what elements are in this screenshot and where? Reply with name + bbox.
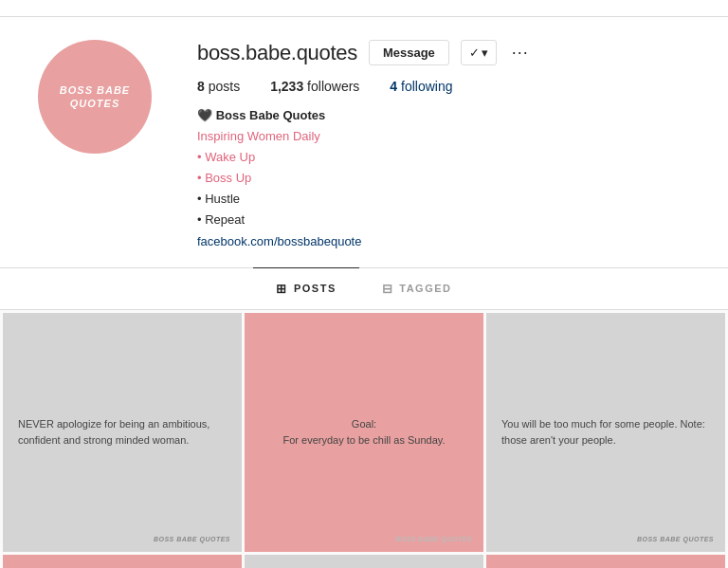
profile-section: BOSS BABE QUOTES boss.babe.quotes Messag… [0, 17, 728, 268]
profile-info: boss.babe.quotes Message ✓ ▾ ··· 8 posts… [197, 40, 690, 252]
grid-item-5[interactable]: If your circle doesn't motivate you to l… [245, 555, 483, 568]
bio-name: 🖤 Boss Babe Quotes [197, 105, 690, 126]
bio-link[interactable]: facebook.com/bossbabequote [197, 231, 690, 252]
tab-posts[interactable]: ⊞ POSTS [253, 267, 358, 309]
posts-tab-label: POSTS [294, 283, 337, 294]
more-button[interactable]: ··· [508, 43, 533, 63]
tagged-tab-icon: ⊟ [382, 282, 394, 296]
username: boss.babe.quotes [197, 41, 357, 65]
avatar-container: BOSS BABE QUOTES [38, 40, 152, 154]
stats-row: 8 posts 1,233 followers 4 following [197, 79, 690, 94]
posts-grid: NEVER apologize for being an ambitious, … [0, 310, 728, 568]
follow-arrow-icon: ▾ [482, 46, 488, 60]
grid-watermark-2: BOSS BABE QUOTES [395, 536, 472, 542]
following-stat[interactable]: 4 following [390, 79, 452, 94]
message-button[interactable]: Message [369, 40, 449, 65]
follow-check-icon: ✓ [469, 46, 480, 60]
grid-quote-2: Goal:For everyday to be chill as Sunday. [260, 416, 468, 448]
grid-item-4[interactable]: Your mind will continually believe what … [3, 555, 242, 568]
tabs-section: ⊞ POSTS ⊟ TAGGED [0, 268, 728, 310]
followers-stat: 1,233 followers [270, 79, 359, 94]
posts-stat: 8 posts [197, 79, 240, 94]
avatar: BOSS BABE QUOTES [38, 40, 152, 154]
posts-tab-icon: ⊞ [276, 282, 288, 296]
heart-icon: 🖤 [197, 108, 212, 122]
grid-quote-3: You will be too much for some people. No… [501, 416, 710, 448]
bio-section: 🖤 Boss Babe Quotes Inspiring Women Daily… [197, 105, 690, 252]
tab-tagged[interactable]: ⊟ TAGGED [359, 267, 475, 309]
bio-tagline: Inspiring Women Daily [197, 126, 690, 147]
grid-quote-1: NEVER apologize for being an ambitious, … [18, 416, 227, 448]
grid-item-3[interactable]: You will be too much for some people. No… [486, 313, 725, 552]
follow-button[interactable]: ✓ ▾ [461, 40, 497, 65]
bio-bullet4: • Repeat [197, 210, 690, 230]
grid-item-2[interactable]: Goal:For everyday to be chill as Sunday.… [245, 313, 483, 552]
grid-watermark-1: BOSS BABE QUOTES [154, 536, 230, 542]
tagged-tab-label: TAGGED [399, 283, 451, 294]
grid-item-6[interactable]: Consistency is harder when no one is cla… [486, 555, 725, 568]
grid-watermark-3: BOSS BABE QUOTES [637, 536, 714, 542]
profile-header-row: boss.babe.quotes Message ✓ ▾ ··· [197, 40, 690, 65]
top-bar [0, 0, 728, 17]
bio-bullet3: • Hustle [197, 189, 690, 210]
bio-bullet2: • Boss Up [197, 168, 690, 189]
grid-item-1[interactable]: NEVER apologize for being an ambitious, … [3, 313, 242, 552]
bio-bullet1: • Wake Up [197, 147, 690, 168]
bio-display-name: Boss Babe Quotes [216, 108, 326, 122]
